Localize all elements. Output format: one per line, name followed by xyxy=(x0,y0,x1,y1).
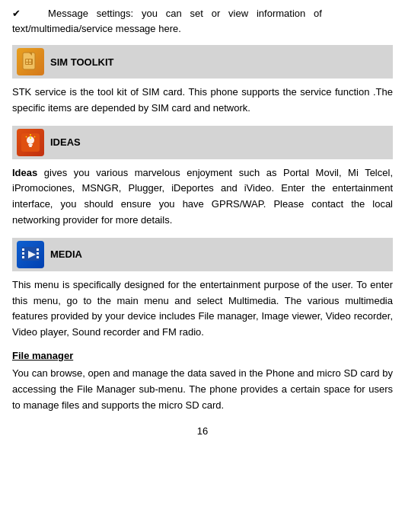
svg-rect-17 xyxy=(22,252,24,255)
media-icon xyxy=(17,241,44,268)
file-manager-body: You can browse, open and manage the data… xyxy=(12,366,393,413)
svg-rect-19 xyxy=(37,248,39,251)
svg-line-14 xyxy=(34,136,35,137)
sim-toolkit-title: SIM TOOLKIT xyxy=(50,56,114,68)
svg-rect-6 xyxy=(29,62,31,64)
ideas-bold-prefix: Ideas xyxy=(12,167,37,178)
svg-rect-5 xyxy=(26,62,28,64)
svg-rect-20 xyxy=(37,252,39,255)
svg-rect-18 xyxy=(22,256,24,258)
svg-rect-10 xyxy=(29,146,32,147)
intro-text: ✔ Message settings: you can set or view … xyxy=(12,6,393,36)
svg-rect-3 xyxy=(26,59,28,62)
ideas-header: IDEAS xyxy=(12,126,393,159)
media-header: MEDIA xyxy=(12,238,393,271)
svg-rect-9 xyxy=(28,144,33,146)
sim-toolkit-icon xyxy=(17,48,44,75)
ideas-icon xyxy=(17,129,44,156)
svg-line-13 xyxy=(26,136,27,137)
svg-rect-21 xyxy=(37,256,39,258)
file-manager-title: File manager xyxy=(12,350,393,361)
sim-toolkit-body: STK service is the tool kit of SIM card.… xyxy=(12,85,393,117)
sim-toolkit-header: SIM TOOLKIT xyxy=(12,45,393,79)
svg-rect-4 xyxy=(29,59,31,62)
ideas-body: Ideas gives you various marvelous enjoym… xyxy=(12,165,393,229)
ideas-body-text: gives you various marvelous enjoyment su… xyxy=(12,167,393,226)
svg-rect-11 xyxy=(30,137,31,139)
page-number: 16 xyxy=(12,425,393,437)
svg-rect-16 xyxy=(22,248,24,251)
media-body: This menu is specifically designed for t… xyxy=(12,277,393,341)
media-title: MEDIA xyxy=(50,248,82,260)
ideas-title: IDEAS xyxy=(50,136,81,148)
